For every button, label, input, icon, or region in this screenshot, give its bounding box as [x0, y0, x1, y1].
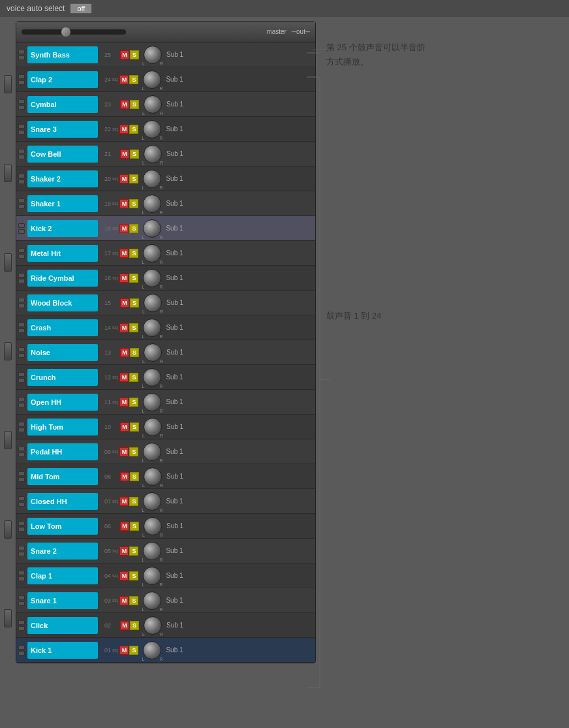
channel-name[interactable]: Noise — [27, 344, 98, 361]
s-button[interactable]: S — [129, 571, 138, 580]
pad-button[interactable] — [18, 552, 25, 556]
channel-name[interactable]: Clap 2 — [27, 71, 98, 88]
channel-name[interactable]: Cow Bell — [27, 146, 98, 163]
s-button[interactable]: S — [130, 150, 139, 159]
s-button[interactable]: S — [129, 546, 138, 556]
channel-name[interactable]: Pedal HH — [27, 443, 98, 460]
s-button[interactable]: S — [130, 298, 139, 308]
slider-thumb[interactable] — [61, 27, 70, 37]
channel-name[interactable]: Mid Tom — [27, 468, 98, 485]
pad-button[interactable] — [18, 601, 25, 606]
pad-button[interactable] — [18, 422, 25, 426]
s-button[interactable]: S — [129, 224, 138, 233]
off-button[interactable]: off — [70, 3, 92, 14]
m-button[interactable]: M — [120, 348, 129, 357]
pad-button[interactable] — [18, 124, 25, 129]
channel-name[interactable]: Wood Block — [27, 294, 98, 311]
channel-name[interactable]: Snare 1 — [27, 592, 98, 609]
channel-name[interactable]: Ride Cymbal — [27, 270, 98, 287]
pad-button[interactable] — [18, 502, 25, 507]
pad-button[interactable] — [18, 149, 25, 153]
channel-name[interactable]: Snare 3 — [27, 121, 98, 138]
m-button[interactable]: M — [119, 75, 129, 84]
pad-button[interactable] — [18, 620, 25, 625]
side-btn-7[interactable] — [4, 609, 12, 627]
pad-button[interactable] — [18, 546, 25, 550]
m-button[interactable]: M — [119, 546, 129, 556]
pad-button[interactable] — [18, 595, 25, 600]
pad-button[interactable] — [18, 55, 25, 60]
m-button[interactable]: M — [119, 224, 129, 233]
m-button[interactable]: M — [119, 646, 129, 655]
m-button[interactable]: M — [120, 522, 129, 531]
s-button[interactable]: S — [130, 422, 139, 432]
side-btn-2[interactable] — [4, 164, 12, 182]
m-button[interactable]: M — [120, 100, 129, 109]
m-button[interactable]: M — [119, 274, 129, 283]
s-button[interactable]: S — [129, 646, 138, 655]
side-btn-3[interactable] — [4, 253, 12, 272]
m-button[interactable]: M — [119, 174, 129, 183]
channel-name[interactable]: Low Tom — [27, 518, 98, 535]
s-button[interactable]: S — [129, 75, 138, 84]
m-button[interactable]: M — [119, 125, 129, 134]
pad-button[interactable] — [18, 328, 25, 333]
pad-button[interactable] — [18, 80, 25, 85]
m-button[interactable]: M — [120, 422, 129, 432]
pad-button[interactable] — [18, 397, 25, 402]
pad-button[interactable] — [18, 645, 25, 650]
channel-name[interactable]: Cymbal — [27, 96, 98, 113]
master-slider-area[interactable] — [22, 29, 266, 35]
channel-name[interactable]: Crunch — [27, 369, 98, 386]
s-button[interactable]: S — [130, 348, 139, 357]
m-button[interactable]: M — [119, 596, 129, 605]
m-button[interactable]: M — [119, 199, 129, 208]
channel-name[interactable]: Synth Bass — [27, 46, 98, 63]
s-button[interactable]: S — [129, 497, 138, 506]
side-btn-4[interactable] — [4, 342, 12, 360]
pad-button[interactable] — [18, 571, 25, 575]
m-button[interactable]: M — [119, 571, 129, 580]
s-button[interactable]: S — [129, 447, 138, 456]
channel-name[interactable]: Crash — [27, 319, 98, 336]
m-button[interactable]: M — [120, 621, 129, 630]
s-button[interactable]: S — [129, 274, 138, 283]
side-btn-5[interactable] — [4, 431, 12, 449]
s-button[interactable]: S — [129, 199, 138, 208]
pad-button[interactable] — [18, 298, 25, 302]
pad-button[interactable] — [18, 353, 25, 358]
pad-button[interactable] — [18, 323, 25, 327]
pad-button[interactable] — [18, 74, 25, 79]
pad-button[interactable] — [18, 347, 25, 352]
pad-button[interactable] — [18, 471, 25, 476]
m-button[interactable]: M — [120, 298, 129, 308]
channel-name[interactable]: Clap 1 — [27, 567, 98, 584]
pad-button[interactable] — [18, 521, 25, 526]
s-button[interactable]: S — [130, 522, 139, 531]
pad-button[interactable] — [18, 229, 25, 234]
m-button[interactable]: M — [119, 323, 129, 332]
pad-button[interactable] — [18, 99, 25, 104]
side-btn-1[interactable] — [4, 75, 12, 93]
pad-button[interactable] — [18, 130, 25, 135]
m-button[interactable]: M — [119, 249, 129, 258]
pad-button[interactable] — [18, 477, 25, 482]
s-button[interactable]: S — [130, 100, 139, 109]
pad-button[interactable] — [18, 428, 25, 432]
m-button[interactable]: M — [119, 447, 129, 456]
pad-button[interactable] — [18, 496, 25, 501]
pad-button[interactable] — [18, 626, 25, 631]
m-button[interactable]: M — [120, 50, 129, 59]
pad-button[interactable] — [18, 651, 25, 656]
m-button[interactable]: M — [119, 398, 129, 407]
pad-button[interactable] — [18, 50, 25, 54]
channel-name[interactable]: Metal Hit — [27, 245, 98, 262]
channel-name[interactable]: Click — [27, 617, 98, 634]
channel-name[interactable]: Snare 2 — [27, 543, 98, 560]
s-button[interactable]: S — [129, 323, 138, 332]
m-button[interactable]: M — [119, 497, 129, 506]
pad-button[interactable] — [18, 378, 25, 383]
pad-button[interactable] — [18, 447, 25, 451]
pad-button[interactable] — [18, 372, 25, 377]
channel-name[interactable]: Closed HH — [27, 493, 98, 510]
